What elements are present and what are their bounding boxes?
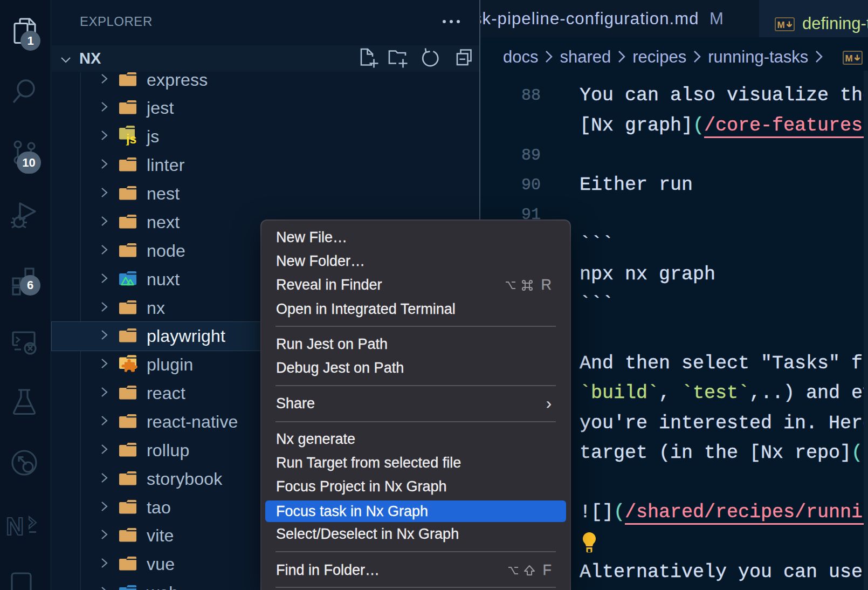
svg-text:N: N xyxy=(6,514,24,538)
svg-text:js: js xyxy=(126,132,136,146)
svg-text:M: M xyxy=(777,20,785,30)
svg-text:M: M xyxy=(845,53,853,64)
